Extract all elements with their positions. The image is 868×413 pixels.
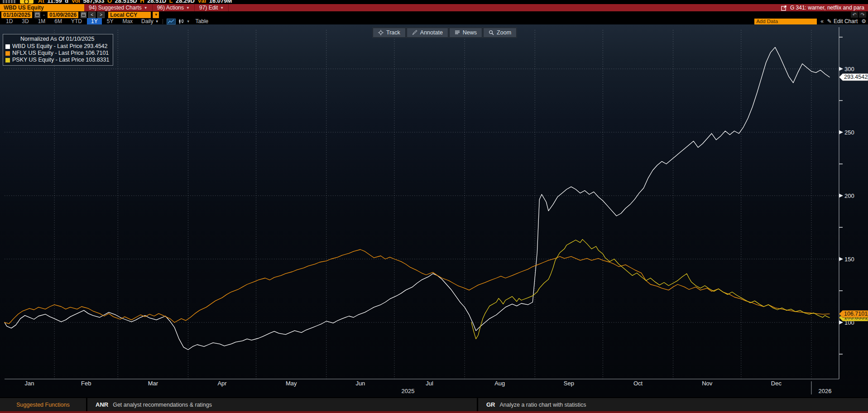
price-field-label: L bbox=[169, 0, 176, 4]
range-tab-1y[interactable]: 1Y bbox=[87, 18, 102, 24]
currency-select[interactable]: Local CCY bbox=[108, 12, 151, 18]
menu-item-label: 97) Edit bbox=[199, 5, 218, 11]
x-axis-month-label: Apr bbox=[217, 380, 227, 387]
y-axis-label: 200 bbox=[844, 192, 854, 199]
price-field-value: 28.29D bbox=[176, 0, 197, 4]
period-label: Daily bbox=[141, 18, 153, 24]
price-chart-plot[interactable]: 100150200250300JanFebMarAprMayJunJulAugS… bbox=[0, 24, 868, 397]
calendar-icon[interactable] bbox=[81, 12, 86, 18]
news-button[interactable]: News bbox=[449, 28, 482, 38]
drag-grip-icon[interactable] bbox=[3, 0, 15, 3]
key-icon[interactable] bbox=[20, 0, 34, 4]
x-axis-month-label: Jul bbox=[426, 380, 433, 387]
edit-chart-button[interactable]: ✎ Edit Chart bbox=[827, 18, 858, 24]
minor-tick bbox=[839, 227, 843, 228]
x-axis-month-label: Mar bbox=[148, 380, 158, 387]
menu-items: 94) Suggested Charts▼96) Actions▼97) Edi… bbox=[84, 4, 229, 11]
collapse-panel-icon[interactable]: « bbox=[820, 18, 824, 24]
legend-entry[interactable]: WBD US Equity - Last Price 293.4542 bbox=[5, 43, 109, 50]
calendar-icon[interactable] bbox=[34, 12, 40, 18]
price-field-label: O bbox=[107, 0, 115, 4]
legend-title: Normalized As Of 01/10/2025 bbox=[5, 35, 109, 43]
prev-period-button[interactable]: < bbox=[88, 12, 96, 18]
range-tab-max[interactable]: Max bbox=[118, 18, 137, 24]
button-label: Zoom bbox=[497, 29, 511, 36]
x-axis-month-label: Nov bbox=[702, 380, 713, 387]
candle-chart-type-button[interactable] bbox=[177, 19, 186, 24]
series-line bbox=[471, 240, 830, 339]
next-period-button[interactable]: > bbox=[97, 12, 105, 18]
currency-dropdown-icon[interactable]: ▼ bbox=[153, 12, 159, 18]
annotate-button[interactable]: Annotate bbox=[407, 28, 448, 38]
security-field[interactable]: WBD US Equity bbox=[0, 4, 84, 11]
x-axis-month-label: Sep bbox=[564, 380, 574, 387]
last-price-badge-value: 106.7101 bbox=[844, 311, 868, 317]
legend-entry-label: NFLX US Equity - Last Price 106.7101 bbox=[12, 50, 109, 57]
price-field-label: Vol bbox=[72, 0, 83, 4]
period-select[interactable]: Daily ▼ bbox=[141, 18, 159, 24]
caret-down-icon: ▼ bbox=[144, 6, 148, 10]
button-label: Track bbox=[386, 29, 400, 36]
table-button[interactable]: Table bbox=[196, 18, 209, 24]
x-axis-month-label: Feb bbox=[81, 380, 91, 387]
hint-gr[interactable]: GR Analyze a ratio chart with statistics bbox=[478, 398, 868, 411]
legend-swatch-icon bbox=[5, 51, 10, 56]
price-field-value: 11:59 bbox=[47, 0, 65, 4]
major-tick-icon bbox=[839, 67, 843, 71]
legend-entry-label: WBD US Equity - Last Price 293.4542 bbox=[12, 43, 108, 50]
x-axis-month-label: Dec bbox=[771, 380, 782, 387]
chart-settings-gear-icon[interactable]: ⚙ bbox=[861, 18, 866, 24]
chart-type-dropdown-icon[interactable]: ▼ bbox=[187, 19, 190, 24]
hint-desc: Analyze a ratio chart with statistics bbox=[500, 402, 586, 408]
range-tabs: 1D3D1M6MYTD1Y5YMax bbox=[2, 18, 137, 24]
zoom-button[interactable]: Zoom bbox=[483, 28, 517, 38]
last-price-badge-value: 293.4542 bbox=[844, 74, 868, 80]
major-tick-icon bbox=[839, 257, 843, 261]
range-tab-ytd[interactable]: YTD bbox=[67, 18, 86, 24]
add-data-input[interactable]: Add Data bbox=[754, 19, 817, 24]
menu-item[interactable]: 97) Edit▼ bbox=[195, 4, 229, 11]
line-chart-type-button[interactable] bbox=[167, 19, 176, 24]
crosshair-icon bbox=[378, 30, 384, 35]
range-tab-1m[interactable]: 1M bbox=[34, 18, 50, 24]
date-bar: 01/10/2025 - 01/09/2026 < > Local CCY ▼ … bbox=[0, 11, 868, 18]
pencil-icon: ✎ bbox=[827, 18, 832, 24]
menu-item[interactable]: 96) Actions▼ bbox=[153, 4, 195, 11]
hint-anr[interactable]: ANR Get analyst recommendations & rating… bbox=[87, 398, 477, 411]
hint-key: ANR bbox=[96, 401, 108, 408]
x-axis-month-label: Jan bbox=[25, 380, 34, 387]
caret-down-icon: ▼ bbox=[220, 6, 224, 10]
range-tab-5y[interactable]: 5Y bbox=[103, 18, 118, 24]
range-tab-3d[interactable]: 3D bbox=[18, 18, 33, 24]
range-bar: 1D3D1M6MYTD1Y5YMax Daily ▼ ▼ Table Add D… bbox=[0, 18, 868, 24]
caret-down-icon: ▼ bbox=[186, 6, 190, 10]
menu-item[interactable]: 94) Suggested Charts▼ bbox=[84, 4, 153, 11]
end-date-input[interactable]: 01/09/2026 bbox=[48, 12, 78, 18]
legend-entry[interactable]: NFLX US Equity - Last Price 106.7101 bbox=[5, 50, 109, 57]
price-field-value: 587,933 bbox=[83, 0, 107, 4]
y-axis-label: 300 bbox=[844, 66, 854, 72]
edit-chart-label: Edit Chart bbox=[834, 18, 858, 24]
export-icon[interactable] bbox=[781, 5, 787, 11]
x-axis-month-label: May bbox=[286, 380, 297, 387]
redo-icon[interactable]: ↷ bbox=[859, 12, 866, 18]
price-field-value: d bbox=[65, 0, 71, 4]
price-field-label: Val bbox=[197, 0, 209, 4]
start-date-input[interactable]: 01/10/2025 bbox=[1, 12, 32, 18]
bloomberg-terminal-window: At 11:59 d Vol 587,933 O 28.515D H 28.51… bbox=[0, 0, 868, 413]
magnifier-icon bbox=[489, 30, 494, 35]
undo-icon[interactable]: ↶ bbox=[851, 12, 858, 18]
security-price-line: At 11:59 d Vol 587,933 O 28.515D H 28.51… bbox=[0, 0, 868, 4]
range-tab-6m[interactable]: 6M bbox=[50, 18, 66, 24]
legend-entry-label: PSKY US Equity - Last Price 103.8331 bbox=[12, 57, 109, 63]
track-button[interactable]: Track bbox=[373, 28, 406, 38]
bottom-red-strip bbox=[0, 411, 868, 413]
legend-entry[interactable]: PSKY US Equity - Last Price 103.8331 bbox=[5, 57, 109, 63]
chart-toolbar: TrackAnnotateNewsZoom bbox=[372, 27, 517, 38]
series-line bbox=[5, 47, 830, 350]
range-tab-1d[interactable]: 1D bbox=[2, 18, 17, 24]
caret-down-icon: ▼ bbox=[155, 19, 159, 24]
price-field-label: At bbox=[38, 0, 47, 4]
menu-item-label: 96) Actions bbox=[157, 5, 184, 11]
chart-title: G 341: warner, netflix and para bbox=[790, 5, 864, 11]
